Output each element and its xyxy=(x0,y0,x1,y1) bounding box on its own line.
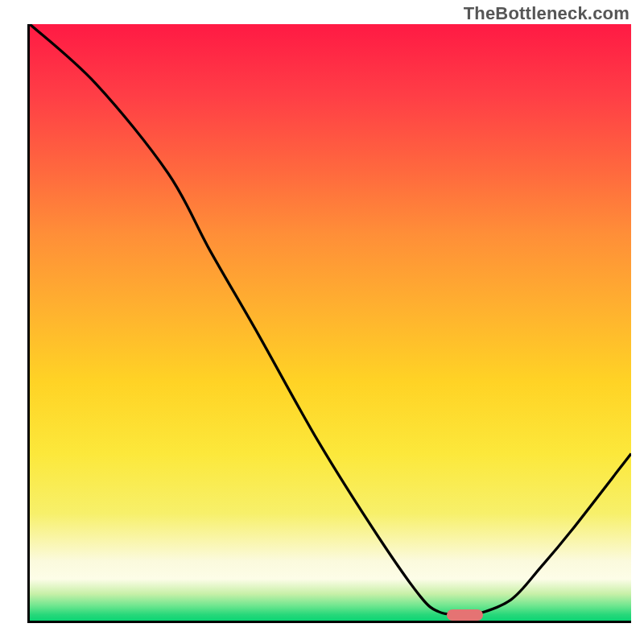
curve-svg xyxy=(30,24,631,621)
chart-container: TheBottleneck.com xyxy=(0,0,644,644)
optimal-marker xyxy=(447,609,483,621)
chart-plot-area xyxy=(27,24,631,623)
bottleneck-curve xyxy=(30,24,631,616)
watermark-text: TheBottleneck.com xyxy=(464,3,630,24)
